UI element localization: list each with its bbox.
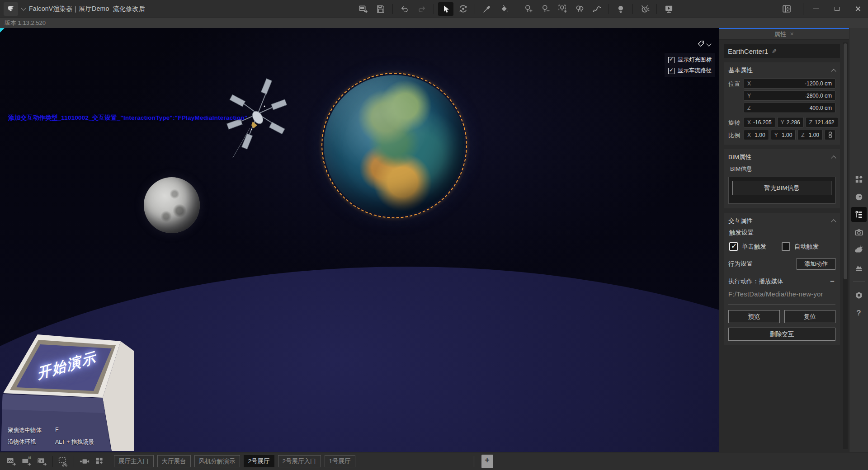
panel-scrollbar[interactable]	[843, 42, 848, 449]
moon-object[interactable]	[144, 177, 200, 233]
right-tool-strip: ?	[849, 28, 868, 452]
reset-button[interactable]: 复位	[784, 310, 836, 323]
object-name: EarthCenter1	[728, 47, 768, 55]
rotation-y-field[interactable]: Y 2.286	[777, 117, 804, 127]
collapse-icon[interactable]	[831, 219, 836, 224]
layout-panels-icon[interactable]	[779, 2, 794, 16]
version-label: 版本 1.13.2.520	[5, 19, 46, 27]
camera-icon[interactable]	[851, 225, 867, 240]
minimize-button[interactable]	[806, 0, 826, 18]
logo-dropdown-chevron-icon[interactable]	[21, 5, 26, 10]
scene-button[interactable]: 2号展厅	[244, 455, 274, 467]
checkbox-icon[interactable]	[668, 57, 675, 63]
scale-link-icon[interactable]	[825, 130, 835, 140]
time-weather-icon[interactable]	[637, 2, 652, 16]
redo-icon[interactable]	[414, 2, 429, 16]
properties-tab[interactable]: 属性 ✕	[719, 28, 849, 40]
material-sphere-icon[interactable]	[851, 189, 867, 204]
object-name-row[interactable]: EarthCenter1 ✎	[724, 44, 840, 58]
collapse-icon[interactable]	[831, 155, 836, 160]
scrollbar-thumb[interactable]	[844, 43, 847, 279]
auto-trigger-checkbox[interactable]	[782, 242, 790, 251]
edit-name-icon[interactable]: ✎	[772, 48, 777, 55]
section-bim-header[interactable]: BIM属性	[728, 153, 835, 161]
hint-focus: 聚焦选中物体 F	[8, 427, 94, 434]
viewport-corner-marker	[0, 28, 5, 33]
position-x-field[interactable]: X -1200.0 cm	[744, 78, 835, 89]
bim-empty-button[interactable]: 暂无BIM信息	[732, 181, 831, 195]
earth-selection-outline	[321, 73, 467, 218]
delete-interaction-button[interactable]: 删除交互	[728, 328, 835, 341]
section-bim-properties: BIM属性 BIM信息 暂无BIM信息	[724, 149, 840, 208]
light-icon[interactable]	[613, 2, 628, 16]
foliage-select-add-icon[interactable]	[555, 2, 570, 16]
add-camera-icon[interactable]	[77, 454, 92, 469]
divider	[74, 456, 74, 467]
scene-shortcut-bar: 展厅主入口 大厅展台 风机分解演示 2号展厅 2号展厅入口 1号展厅	[114, 455, 355, 467]
scale-x-field[interactable]: X 1.00	[744, 130, 769, 140]
rotation-x-field[interactable]: X -16.205	[744, 117, 775, 127]
assets-blocks-icon[interactable]	[851, 172, 867, 187]
media-path-text: F:/TestData/Media/the-new-yor	[728, 291, 835, 298]
remove-action-icon[interactable]: −	[830, 277, 835, 286]
add-view-button[interactable]	[481, 455, 493, 468]
terrain-icon[interactable]	[851, 260, 867, 275]
app-logo-icon[interactable]	[4, 2, 18, 16]
position-y-field[interactable]: Y -2800.0 cm	[744, 90, 835, 101]
eyedropper-icon[interactable]	[479, 2, 495, 16]
divider	[853, 281, 865, 282]
scene-button[interactable]: 2号展厅入口	[278, 455, 321, 467]
add-action-button[interactable]: 添加动作	[797, 258, 835, 270]
transform-gizmo-icon[interactable]	[455, 2, 471, 16]
save-icon[interactable]	[373, 2, 388, 16]
scene-hierarchy-icon[interactable]	[851, 207, 867, 222]
export-video-icon[interactable]	[34, 454, 50, 469]
screenshot-crop-icon[interactable]	[56, 454, 71, 469]
undo-icon[interactable]	[397, 2, 412, 16]
scene-button[interactable]: 展厅主入口	[114, 455, 154, 467]
viewport-3d[interactable]: 添加交互动作类型_11010002_交互设置_"InteractionType"…	[0, 28, 719, 452]
weather-environment-icon[interactable]	[851, 242, 867, 257]
preview-button[interactable]: 预览	[728, 310, 780, 323]
foliage-batch-icon[interactable]	[572, 2, 587, 16]
interaction-log-text: 添加交互动作类型_11010002_交互设置_"InteractionType"…	[8, 114, 248, 122]
remove-foliage-icon[interactable]	[538, 2, 553, 16]
svg-text:AI: AI	[28, 456, 31, 459]
add-foliage-icon[interactable]	[520, 2, 536, 16]
window-title: FalconV渲染器｜展厅Demo_流化修改后	[29, 5, 145, 13]
tag-filter-icon[interactable]	[697, 40, 705, 49]
toggle-show-light-icons[interactable]: 显示灯光图标	[667, 55, 712, 65]
paint-bucket-icon[interactable]	[496, 2, 512, 16]
help-icon[interactable]: ?	[851, 306, 867, 320]
click-trigger-checkbox[interactable]	[729, 242, 738, 251]
rotation-z-field[interactable]: Z 121.462	[806, 117, 838, 127]
properties-panel: 属性 ✕ EarthCenter1 ✎ 基本属性 位置	[719, 28, 849, 452]
select-tool-icon[interactable]	[438, 2, 453, 16]
close-button[interactable]	[847, 0, 868, 18]
export-exe-icon[interactable]	[356, 2, 371, 16]
tab-close-icon[interactable]: ✕	[790, 31, 794, 37]
scene-button[interactable]: 1号展厅	[325, 455, 355, 467]
export-image-icon[interactable]	[4, 454, 19, 469]
scale-z-field[interactable]: Z 1.00	[797, 130, 823, 140]
section-interaction-properties: 交互属性 触发设置 单击触发 自动触发 行为设置 添加动作	[724, 213, 840, 345]
scene-button[interactable]: 大厅展台	[157, 455, 191, 467]
position-z-field[interactable]: Z 400.0 cm	[744, 103, 835, 113]
splitter-handle[interactable]	[473, 456, 475, 467]
media-presentation-icon[interactable]	[661, 2, 676, 16]
scale-y-field[interactable]: Y 1.00	[771, 130, 796, 140]
checkbox-icon[interactable]	[668, 68, 675, 74]
settings-gear-icon[interactable]	[851, 288, 867, 303]
restore-button[interactable]	[826, 0, 847, 18]
toggle-show-traffic-paths[interactable]: 显示车流路径	[667, 66, 712, 75]
path-tool-icon[interactable]	[589, 2, 604, 16]
section-interaction-header[interactable]: 交互属性	[728, 217, 835, 225]
section-basic-header[interactable]: 基本属性	[728, 66, 835, 75]
scene-button[interactable]: 风机分解演示	[194, 455, 240, 467]
window-controls	[779, 0, 868, 18]
add-blocks-icon[interactable]	[92, 454, 108, 469]
export-ai-image-icon[interactable]: AI	[19, 454, 34, 469]
satellite-object[interactable]	[224, 75, 296, 181]
tag-dropdown-chevron-icon[interactable]	[706, 41, 711, 46]
collapse-icon[interactable]	[831, 69, 836, 74]
